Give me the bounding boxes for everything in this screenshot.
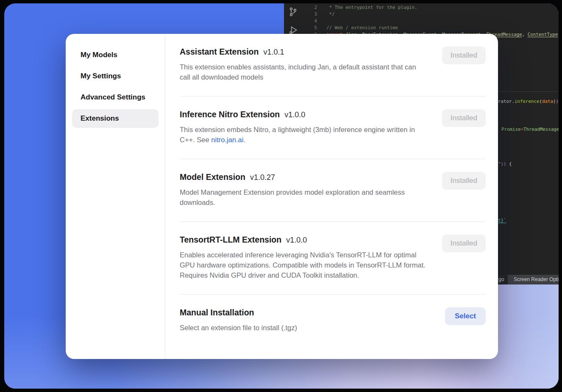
settings-modal: My Models My Settings Advanced Settings … <box>66 34 498 359</box>
settings-sidebar: My Models My Settings Advanced Settings … <box>66 34 165 359</box>
extension-description: This extension embeds Nitro, a lightweig… <box>180 124 428 145</box>
installed-button[interactable]: Installed <box>442 47 486 64</box>
code-token: data <box>542 99 553 104</box>
status-left-text: go <box>498 276 504 282</box>
extension-heading: Manual Installation <box>180 307 297 317</box>
code-token: */ <box>326 11 335 17</box>
code-fragment: rator.inference(data)); <box>498 98 559 105</box>
extension-title: TensortRT-LLM Extension <box>180 235 281 244</box>
extension-title: Inference Nitro Extension <box>180 110 280 119</box>
extension-info: Manual Installation Select an extension … <box>180 307 297 333</box>
extension-info: Model Extensionv1.0.27 Model Management … <box>180 172 428 207</box>
screen-reader-status: Screen Reader Optimize <box>508 275 559 284</box>
code-token: ThreadMessage <box>523 127 559 132</box>
installed-button[interactable]: Installed <box>442 109 486 127</box>
extension-info: Assistant Extensionv1.0.1 This extension… <box>180 47 428 82</box>
description-suffix: . <box>243 136 245 144</box>
extension-description: This extension enables assistants, inclu… <box>180 62 428 82</box>
code-token: , <box>522 32 528 37</box>
extension-title: Assistant Extension <box>180 47 259 56</box>
code-line: 3 */ <box>284 11 559 18</box>
nitro-jan-ai-link[interactable]: nitro.jan.ai <box>211 136 243 144</box>
extension-row-model: Model Extensionv1.0.27 Model Management … <box>180 159 486 222</box>
extension-version: v1.0.27 <box>250 173 275 182</box>
manual-installation-description: Select an extension file to install (.tg… <box>180 323 297 333</box>
extension-heading: Inference Nitro Extensionv1.0.0 <box>180 109 428 119</box>
sidebar-item-my-models[interactable]: My Models <box>72 46 159 64</box>
extension-version: v1.0.0 <box>286 236 307 244</box>
extension-version: v1.0.0 <box>284 110 305 119</box>
code-token: Promise <box>501 127 521 132</box>
code-token: rator. <box>498 99 515 104</box>
installed-button[interactable]: Installed <box>442 235 486 252</box>
code-token: // Web / extension runtime <box>326 25 398 30</box>
extension-description: Model Management Extension provides mode… <box>180 187 428 207</box>
code-token: * The entrypoint for the plugin. <box>326 5 417 10</box>
code-line: 4 <box>284 18 559 25</box>
extension-row-tensorrt: TensortRT-LLM Extensionv1.0.0 Enables ac… <box>180 222 486 295</box>
code-line: 2 * The entrypoint for the plugin. <box>284 4 559 11</box>
code-fragment: t}` <box>498 217 506 224</box>
code-token: )) <box>501 161 506 167</box>
line-number: 5 <box>284 25 317 31</box>
extension-version: v1.0.1 <box>263 48 284 56</box>
extensions-list: Assistant Extensionv1.0.1 This extension… <box>165 34 498 359</box>
select-file-button[interactable]: Select <box>445 307 486 325</box>
line-number: 3 <box>284 11 317 18</box>
extension-description: Enables accelerated inference leveraging… <box>180 250 428 280</box>
manual-installation-row: Manual Installation Select an extension … <box>180 295 486 347</box>
code-token: inference <box>515 99 540 104</box>
extension-heading: Assistant Extensionv1.0.1 <box>180 47 428 57</box>
extension-info: TensortRT-LLM Extensionv1.0.0 Enables ac… <box>180 235 428 280</box>
extension-info: Inference Nitro Extensionv1.0.0 This ext… <box>180 109 428 145</box>
sidebar-item-extensions[interactable]: Extensions <box>72 109 159 128</box>
installed-button[interactable]: Installed <box>442 172 486 190</box>
extension-title: Model Extension <box>180 172 245 182</box>
sidebar-item-advanced-settings[interactable]: Advanced Settings <box>72 88 159 107</box>
code-fragment: ")) { <box>498 161 512 168</box>
line-number: 4 <box>284 18 317 25</box>
line-number: 2 <box>284 4 317 11</box>
code-line: 5// Web / extension runtime <box>284 25 559 31</box>
extension-heading: TensortRT-LLM Extensionv1.0.0 <box>180 235 428 245</box>
code-lines: 2 * The entrypoint for the plugin.3 */45… <box>284 4 559 38</box>
code-token: ContentType <box>528 32 558 37</box>
code-token: t}` <box>498 218 506 223</box>
code-token: { <box>506 161 512 167</box>
desktop-background: 2 * The entrypoint for the plugin.3 */45… <box>0 0 562 392</box>
sidebar-item-my-settings[interactable]: My Settings <box>72 67 159 86</box>
code-fragment: Promise<ThreadMessage> <box>501 126 559 133</box>
manual-installation-title: Manual Installation <box>180 308 254 317</box>
extension-row-assistant: Assistant Extensionv1.0.1 This extension… <box>180 34 486 97</box>
extension-row-nitro: Inference Nitro Extensionv1.0.0 This ext… <box>180 97 486 159</box>
extension-heading: Model Extensionv1.0.27 <box>180 172 428 182</box>
